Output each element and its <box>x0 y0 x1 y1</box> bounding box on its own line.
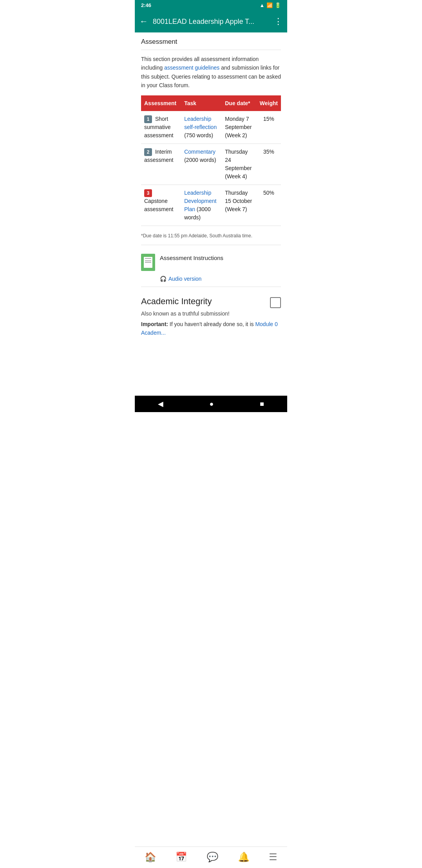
assessment-2: 2 Interim assessment <box>141 143 181 185</box>
table-row: 1 Short summative assessment Leadership … <box>141 111 281 144</box>
weight-3: 50% <box>257 185 281 226</box>
col-task: Task <box>181 95 222 111</box>
assessment-label-3: Capstone assessment <box>144 198 173 212</box>
weight-2: 35% <box>257 143 281 185</box>
assessment-table: Assessment Task Due date* Weight 1 Short… <box>141 95 281 226</box>
badge-3: 3 <box>144 189 152 197</box>
academic-integrity-section: Academic Integrity Also known as a truth… <box>141 292 281 341</box>
table-row: 2 Interim assessment Commentary (2000 wo… <box>141 143 281 185</box>
android-back[interactable]: ◀ <box>158 400 163 408</box>
app-bar-title: 8001LEAD Leadership Apple T... <box>153 18 269 26</box>
audio-version-link[interactable]: 🎧 Audio version <box>160 276 281 282</box>
col-assessment: Assessment <box>141 95 181 111</box>
section-heading: Assessment <box>141 32 281 50</box>
col-duedate: Due date* <box>222 95 257 111</box>
audio-link-text: Audio version <box>168 276 202 282</box>
divider-1 <box>141 245 281 245</box>
badge-2: 2 <box>144 148 152 156</box>
android-nav-bar: ◀ ● ■ <box>135 396 287 412</box>
document-icon <box>141 254 155 271</box>
more-options-button[interactable]: ⋮ <box>274 16 283 27</box>
important-text: If you haven't already done so, it is <box>168 321 254 327</box>
task-link-1[interactable]: Leadership self-reflection <box>184 116 216 130</box>
main-content: Assessment This section provides all ass… <box>135 32 287 374</box>
instructions-label: Assessment Instructions <box>160 254 224 261</box>
divider-2 <box>141 287 281 287</box>
task-3: Leadership Development Plan (3000 words) <box>181 185 222 226</box>
academic-subtitle: Also known as a truthful submission! <box>141 310 281 317</box>
table-row: 3 Capstone assessment Leadership Develop… <box>141 185 281 226</box>
status-time: 2:46 <box>141 2 151 8</box>
col-weight: Weight <box>257 95 281 111</box>
important-label: Important: <box>141 321 168 327</box>
assessment-1: 1 Short summative assessment <box>141 111 181 144</box>
task-suffix-1: (750 words) <box>184 132 213 138</box>
task-2: Commentary (2000 words) <box>181 143 222 185</box>
academic-title: Academic Integrity <box>141 296 270 307</box>
signal-icon: 📶 <box>266 2 273 8</box>
battery-icon: 🔋 <box>275 2 281 8</box>
status-icons: ▲ 📶 🔋 <box>259 2 281 8</box>
academic-header: Academic Integrity <box>141 296 281 308</box>
academic-important: Important: If you haven't already done s… <box>141 320 281 337</box>
app-bar: ← 8001LEAD Leadership Apple T... ⋮ <box>135 11 287 32</box>
assessment-guidelines-link[interactable]: assessment guidelines <box>164 65 220 71</box>
task-1: Leadership self-reflection (750 words) <box>181 111 222 144</box>
back-button[interactable]: ← <box>139 16 148 27</box>
intro-paragraph: This section provides all assessment inf… <box>141 55 281 90</box>
android-recent[interactable]: ■ <box>260 400 264 408</box>
duedate-3: Thursday 15 October (Week 7) <box>222 185 257 226</box>
badge-1: 1 <box>144 115 152 123</box>
table-header-row: Assessment Task Due date* Weight <box>141 95 281 111</box>
task-link-2[interactable]: Commentary <box>184 149 215 155</box>
wifi-icon: ▲ <box>259 2 265 8</box>
headphone-icon: 🎧 <box>160 276 166 282</box>
due-note: *Due date is 11:55 pm Adelaide, South Au… <box>141 230 281 240</box>
status-bar: 2:46 ▲ 📶 🔋 <box>135 0 287 11</box>
duedate-2: Thursday 24 September (Week 4) <box>222 143 257 185</box>
duedate-1: Monday 7 September (Week 2) <box>222 111 257 144</box>
task-suffix-2: (2000 words) <box>184 157 216 163</box>
instructions-row: Assessment Instructions <box>141 250 281 273</box>
academic-checkbox[interactable] <box>270 297 281 308</box>
weight-1: 15% <box>257 111 281 144</box>
assessment-3: 3 Capstone assessment <box>141 185 181 226</box>
android-home[interactable]: ● <box>209 400 214 408</box>
